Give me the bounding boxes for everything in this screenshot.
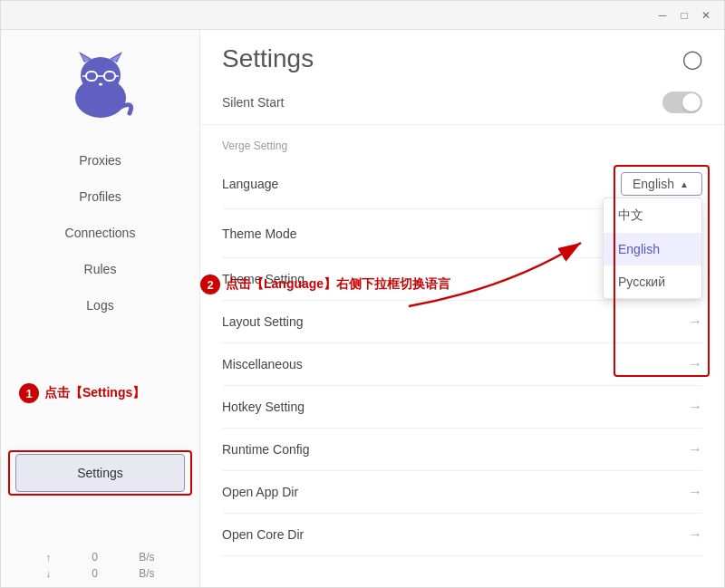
language-row: Language English ▲ 中文 English Русский [222,159,702,209]
maximize-button[interactable]: □ [677,8,691,23]
titlebar: ─ □ ✕ [1,1,724,30]
sidebar-item-rules[interactable]: Rules [1,251,199,287]
sidebar: Proxies Profiles Connections Rules Logs … [1,30,200,587]
silent-start-toggle[interactable] [662,92,702,113]
download-unit: B/s [139,567,154,580]
svg-point-11 [99,83,102,86]
speed-info: ↑ 0 B/s ↓ 0 B/s [46,544,155,587]
github-icon[interactable]: ◯ [682,48,702,70]
step2-badge: 2 [200,275,220,294]
content-area: Settings ◯ Silent Start Verge Setting La… [200,30,724,587]
step1-badge: 1 [19,383,39,403]
sidebar-item-proxies[interactable]: Proxies [1,142,199,178]
open-core-dir-label: Open Core Dir [222,527,304,542]
open-app-dir-row[interactable]: Open App Dir → [222,471,702,514]
close-button[interactable]: ✕ [699,8,713,23]
miscellaneous-arrow-icon[interactable]: → [688,356,702,372]
download-speed: 0 [92,567,98,580]
sidebar-item-connections[interactable]: Connections [1,215,199,251]
silent-start-label: Silent Start [222,95,284,110]
hotkey-setting-label: Hotkey Setting [222,400,304,414]
app-window: ─ □ ✕ [0,0,725,588]
theme-mode-label: Theme Mode [222,227,296,241]
upload-arrow-icon: ↑ [46,552,52,563]
open-core-dir-arrow-icon[interactable]: → [688,526,702,543]
page-title: Settings [222,44,314,73]
hotkey-setting-row[interactable]: Hotkey Setting → [222,386,702,429]
language-dropdown: 中文 English Русский [603,198,702,299]
hotkey-setting-arrow-icon[interactable]: → [688,399,702,415]
language-select-wrapper: English ▲ 中文 English Русский [621,172,702,196]
download-arrow-icon: ↓ [46,568,52,579]
runtime-config-row[interactable]: Runtime Config → [222,429,702,471]
main-layout: Proxies Profiles Connections Rules Logs … [1,30,724,587]
open-app-dir-arrow-icon[interactable]: → [688,484,702,500]
layout-setting-arrow-icon[interactable]: → [688,313,702,330]
chevron-up-icon: ▲ [680,179,689,189]
layout-setting-row[interactable]: Layout Setting → [222,301,702,343]
dropdown-item-chinese[interactable]: 中文 [604,198,701,233]
sidebar-item-profiles[interactable]: Profiles [1,178,199,215]
minimize-button[interactable]: ─ [655,8,670,23]
app-logo [64,48,137,120]
theme-setting-label: Theme Setting [222,272,304,286]
language-select-button[interactable]: English ▲ [621,172,702,196]
content-header: Settings ◯ [200,30,724,73]
step1-text: 点击【Settings】 [44,385,145,401]
dropdown-item-english[interactable]: English [604,233,701,265]
dropdown-item-russian[interactable]: Русский [604,265,701,298]
sidebar-item-logs[interactable]: Logs [1,287,199,323]
sidebar-item-settings[interactable]: Settings [15,454,185,492]
open-core-dir-row[interactable]: Open Core Dir → [222,514,702,556]
runtime-config-arrow-icon[interactable]: → [688,441,702,458]
silent-start-row: Silent Start [200,81,724,125]
upload-unit: B/s [139,551,154,564]
runtime-config-label: Runtime Config [222,442,310,457]
language-selected-value: English [633,177,674,191]
settings-list: Verge Setting Language English ▲ 中文 [200,125,724,587]
layout-setting-label: Layout Setting [222,314,304,329]
toggle-knob [682,93,701,111]
upload-speed: 0 [92,551,98,564]
open-app-dir-label: Open App Dir [222,485,298,499]
miscellaneous-label: Miscellaneous [222,357,303,371]
verge-section-header: Verge Setting [222,125,702,159]
language-label: Language [222,177,278,191]
miscellaneous-row[interactable]: Miscellaneous → [222,343,702,386]
